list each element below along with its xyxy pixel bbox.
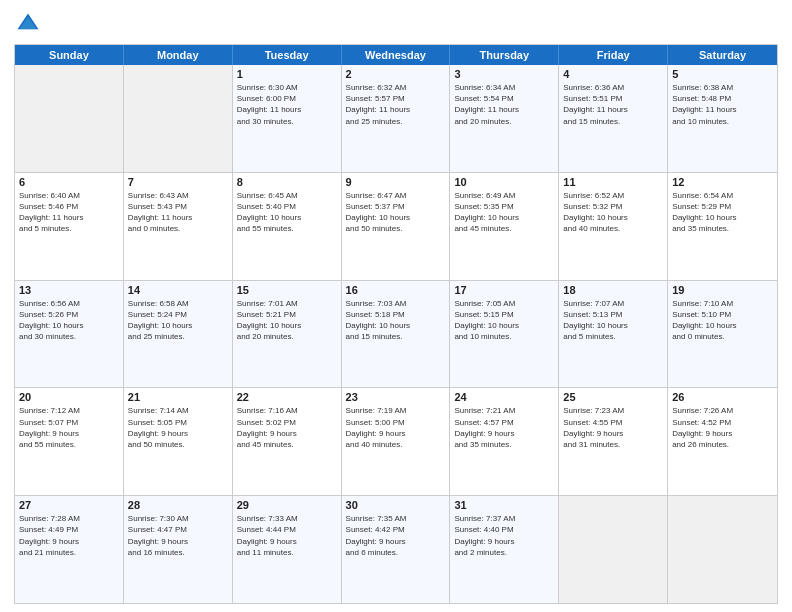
- calendar-header: SundayMondayTuesdayWednesdayThursdayFrid…: [15, 45, 777, 65]
- day-number: 16: [346, 284, 446, 296]
- header-day-monday: Monday: [124, 45, 233, 65]
- calendar-day-14: 14Sunrise: 6:58 AM Sunset: 5:24 PM Dayli…: [124, 281, 233, 388]
- day-info: Sunrise: 6:30 AM Sunset: 6:00 PM Dayligh…: [237, 82, 337, 127]
- calendar-week-3: 13Sunrise: 6:56 AM Sunset: 5:26 PM Dayli…: [15, 280, 777, 388]
- calendar-empty-cell: [559, 496, 668, 603]
- calendar-day-12: 12Sunrise: 6:54 AM Sunset: 5:29 PM Dayli…: [668, 173, 777, 280]
- calendar-day-2: 2Sunrise: 6:32 AM Sunset: 5:57 PM Daylig…: [342, 65, 451, 172]
- day-info: Sunrise: 6:36 AM Sunset: 5:51 PM Dayligh…: [563, 82, 663, 127]
- day-number: 18: [563, 284, 663, 296]
- header-day-thursday: Thursday: [450, 45, 559, 65]
- calendar-day-13: 13Sunrise: 6:56 AM Sunset: 5:26 PM Dayli…: [15, 281, 124, 388]
- calendar-day-8: 8Sunrise: 6:45 AM Sunset: 5:40 PM Daylig…: [233, 173, 342, 280]
- calendar-empty-cell: [124, 65, 233, 172]
- header-day-tuesday: Tuesday: [233, 45, 342, 65]
- calendar-day-19: 19Sunrise: 7:10 AM Sunset: 5:10 PM Dayli…: [668, 281, 777, 388]
- day-info: Sunrise: 7:28 AM Sunset: 4:49 PM Dayligh…: [19, 513, 119, 558]
- day-info: Sunrise: 7:26 AM Sunset: 4:52 PM Dayligh…: [672, 405, 773, 450]
- day-number: 15: [237, 284, 337, 296]
- day-info: Sunrise: 6:34 AM Sunset: 5:54 PM Dayligh…: [454, 82, 554, 127]
- day-info: Sunrise: 7:03 AM Sunset: 5:18 PM Dayligh…: [346, 298, 446, 343]
- day-info: Sunrise: 7:19 AM Sunset: 5:00 PM Dayligh…: [346, 405, 446, 450]
- day-info: Sunrise: 6:52 AM Sunset: 5:32 PM Dayligh…: [563, 190, 663, 235]
- day-info: Sunrise: 6:58 AM Sunset: 5:24 PM Dayligh…: [128, 298, 228, 343]
- day-info: Sunrise: 7:14 AM Sunset: 5:05 PM Dayligh…: [128, 405, 228, 450]
- day-number: 22: [237, 391, 337, 403]
- day-number: 10: [454, 176, 554, 188]
- day-number: 30: [346, 499, 446, 511]
- day-info: Sunrise: 7:23 AM Sunset: 4:55 PM Dayligh…: [563, 405, 663, 450]
- calendar-day-21: 21Sunrise: 7:14 AM Sunset: 5:05 PM Dayli…: [124, 388, 233, 495]
- day-info: Sunrise: 7:21 AM Sunset: 4:57 PM Dayligh…: [454, 405, 554, 450]
- calendar-day-31: 31Sunrise: 7:37 AM Sunset: 4:40 PM Dayli…: [450, 496, 559, 603]
- day-number: 27: [19, 499, 119, 511]
- day-number: 29: [237, 499, 337, 511]
- calendar-day-18: 18Sunrise: 7:07 AM Sunset: 5:13 PM Dayli…: [559, 281, 668, 388]
- day-info: Sunrise: 7:01 AM Sunset: 5:21 PM Dayligh…: [237, 298, 337, 343]
- calendar-day-27: 27Sunrise: 7:28 AM Sunset: 4:49 PM Dayli…: [15, 496, 124, 603]
- calendar-day-24: 24Sunrise: 7:21 AM Sunset: 4:57 PM Dayli…: [450, 388, 559, 495]
- day-info: Sunrise: 7:37 AM Sunset: 4:40 PM Dayligh…: [454, 513, 554, 558]
- day-number: 14: [128, 284, 228, 296]
- calendar-day-1: 1Sunrise: 6:30 AM Sunset: 6:00 PM Daylig…: [233, 65, 342, 172]
- calendar-day-20: 20Sunrise: 7:12 AM Sunset: 5:07 PM Dayli…: [15, 388, 124, 495]
- calendar-empty-cell: [15, 65, 124, 172]
- calendar-day-15: 15Sunrise: 7:01 AM Sunset: 5:21 PM Dayli…: [233, 281, 342, 388]
- day-info: Sunrise: 7:05 AM Sunset: 5:15 PM Dayligh…: [454, 298, 554, 343]
- day-number: 2: [346, 68, 446, 80]
- day-info: Sunrise: 6:45 AM Sunset: 5:40 PM Dayligh…: [237, 190, 337, 235]
- day-info: Sunrise: 6:56 AM Sunset: 5:26 PM Dayligh…: [19, 298, 119, 343]
- day-info: Sunrise: 6:47 AM Sunset: 5:37 PM Dayligh…: [346, 190, 446, 235]
- calendar-day-22: 22Sunrise: 7:16 AM Sunset: 5:02 PM Dayli…: [233, 388, 342, 495]
- calendar-empty-cell: [668, 496, 777, 603]
- calendar-day-16: 16Sunrise: 7:03 AM Sunset: 5:18 PM Dayli…: [342, 281, 451, 388]
- header: [14, 10, 778, 38]
- calendar-day-17: 17Sunrise: 7:05 AM Sunset: 5:15 PM Dayli…: [450, 281, 559, 388]
- calendar-day-28: 28Sunrise: 7:30 AM Sunset: 4:47 PM Dayli…: [124, 496, 233, 603]
- day-number: 25: [563, 391, 663, 403]
- day-number: 19: [672, 284, 773, 296]
- calendar-day-7: 7Sunrise: 6:43 AM Sunset: 5:43 PM Daylig…: [124, 173, 233, 280]
- day-info: Sunrise: 7:33 AM Sunset: 4:44 PM Dayligh…: [237, 513, 337, 558]
- day-number: 1: [237, 68, 337, 80]
- calendar-day-4: 4Sunrise: 6:36 AM Sunset: 5:51 PM Daylig…: [559, 65, 668, 172]
- header-day-sunday: Sunday: [15, 45, 124, 65]
- day-number: 9: [346, 176, 446, 188]
- day-number: 20: [19, 391, 119, 403]
- calendar-day-10: 10Sunrise: 6:49 AM Sunset: 5:35 PM Dayli…: [450, 173, 559, 280]
- header-day-wednesday: Wednesday: [342, 45, 451, 65]
- day-number: 21: [128, 391, 228, 403]
- day-info: Sunrise: 7:10 AM Sunset: 5:10 PM Dayligh…: [672, 298, 773, 343]
- day-info: Sunrise: 6:49 AM Sunset: 5:35 PM Dayligh…: [454, 190, 554, 235]
- day-number: 6: [19, 176, 119, 188]
- day-number: 13: [19, 284, 119, 296]
- day-number: 4: [563, 68, 663, 80]
- calendar-week-4: 20Sunrise: 7:12 AM Sunset: 5:07 PM Dayli…: [15, 387, 777, 495]
- calendar: SundayMondayTuesdayWednesdayThursdayFrid…: [14, 44, 778, 604]
- day-info: Sunrise: 7:12 AM Sunset: 5:07 PM Dayligh…: [19, 405, 119, 450]
- calendar-day-6: 6Sunrise: 6:40 AM Sunset: 5:46 PM Daylig…: [15, 173, 124, 280]
- day-number: 28: [128, 499, 228, 511]
- day-number: 12: [672, 176, 773, 188]
- day-info: Sunrise: 7:07 AM Sunset: 5:13 PM Dayligh…: [563, 298, 663, 343]
- day-number: 8: [237, 176, 337, 188]
- calendar-body: 1Sunrise: 6:30 AM Sunset: 6:00 PM Daylig…: [15, 65, 777, 603]
- day-number: 11: [563, 176, 663, 188]
- header-day-saturday: Saturday: [668, 45, 777, 65]
- day-number: 24: [454, 391, 554, 403]
- calendar-week-5: 27Sunrise: 7:28 AM Sunset: 4:49 PM Dayli…: [15, 495, 777, 603]
- day-info: Sunrise: 6:43 AM Sunset: 5:43 PM Dayligh…: [128, 190, 228, 235]
- calendar-day-23: 23Sunrise: 7:19 AM Sunset: 5:00 PM Dayli…: [342, 388, 451, 495]
- calendar-day-3: 3Sunrise: 6:34 AM Sunset: 5:54 PM Daylig…: [450, 65, 559, 172]
- calendar-day-11: 11Sunrise: 6:52 AM Sunset: 5:32 PM Dayli…: [559, 173, 668, 280]
- day-info: Sunrise: 6:38 AM Sunset: 5:48 PM Dayligh…: [672, 82, 773, 127]
- day-info: Sunrise: 6:32 AM Sunset: 5:57 PM Dayligh…: [346, 82, 446, 127]
- day-number: 3: [454, 68, 554, 80]
- day-number: 23: [346, 391, 446, 403]
- calendar-day-29: 29Sunrise: 7:33 AM Sunset: 4:44 PM Dayli…: [233, 496, 342, 603]
- day-info: Sunrise: 6:40 AM Sunset: 5:46 PM Dayligh…: [19, 190, 119, 235]
- calendar-day-9: 9Sunrise: 6:47 AM Sunset: 5:37 PM Daylig…: [342, 173, 451, 280]
- day-info: Sunrise: 7:16 AM Sunset: 5:02 PM Dayligh…: [237, 405, 337, 450]
- day-number: 7: [128, 176, 228, 188]
- calendar-day-25: 25Sunrise: 7:23 AM Sunset: 4:55 PM Dayli…: [559, 388, 668, 495]
